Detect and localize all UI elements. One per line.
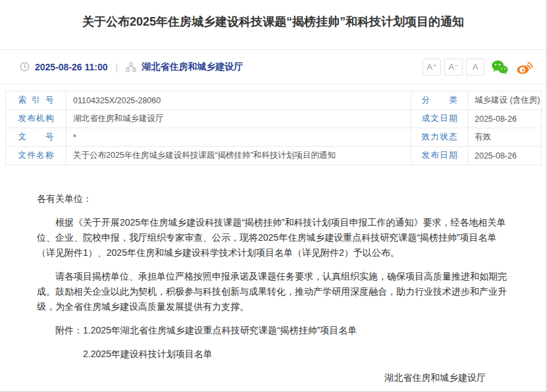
font-reset-button[interactable]: A <box>466 59 484 76</box>
attachment-line-2: 2.2025年建设科技计划项目名单 <box>37 347 509 362</box>
document-info-table: 索引号 01104325X/2025-28060 分类 城乡建设 (含住房) 发… <box>5 91 542 165</box>
page-title: 关于公布2025年住房城乡建设科技课题“揭榜挂帅”和科技计划项目的通知 <box>46 13 500 31</box>
meta-bar: 2025-08-26 11:00 | 湖北省住房和城乡建设厅 A⁺ A⁻ A <box>0 49 546 84</box>
document-body: 各有关单位： 根据《关于开展2025年住房城乡建设科技课题“揭榜挂帅”和科技计划… <box>0 165 546 392</box>
table-row: 文号 * 效力状态 有效 <box>6 128 542 147</box>
info-value: 2025-08-26 <box>468 147 542 165</box>
table-row: 发布机构 湖北省住房和城乡建设厅 成文日期 2025-08-26 <box>6 110 542 128</box>
paragraph: 请各项目揭榜单位、承担单位严格按照申报承诺及课题任务要求，认真组织实施，确保项目… <box>37 269 509 314</box>
info-label: 分类 <box>411 91 468 110</box>
info-label: 索引号 <box>6 91 66 110</box>
info-value: 湖北省住房和城乡建设厅 <box>66 110 411 128</box>
meta-separator: | <box>108 62 126 72</box>
clock-icon <box>20 62 30 72</box>
info-label: 发布日期 <box>411 147 468 165</box>
info-value: 关于公布2025年住房城乡建设科技课题“揭榜挂帅”和科技计划项目的通知 <box>66 147 411 165</box>
attachment-line-1: 附件：1.2025年湖北省住房城乡建设重点科技研究课题“揭榜挂帅”项目名单 <box>37 323 509 338</box>
weibo-share-icon[interactable] <box>515 59 533 75</box>
info-value: 有效 <box>468 128 542 147</box>
signature-org: 湖北省住房和城乡建设厅 <box>37 370 509 385</box>
info-label: 发布机构 <box>6 110 66 128</box>
notice-page: 关于公布2025年住房城乡建设科技课题“揭榜挂帅”和科技计划项目的通知 2025… <box>0 0 547 392</box>
publish-time: 2025-08-26 11:00 <box>35 62 108 72</box>
info-value: 城乡建设 (含住房) <box>468 91 542 110</box>
info-label: 文件名称 <box>6 147 66 165</box>
info-value: * <box>66 128 411 147</box>
title-area: 关于公布2025年住房城乡建设科技课题“揭榜挂帅”和科技计划项目的通知 <box>0 0 546 49</box>
table-row: 文件名称 关于公布2025年住房城乡建设科技课题“揭榜挂帅”和科技计划项目的通知… <box>6 147 542 165</box>
font-increase-button[interactable]: A⁺ <box>423 59 441 76</box>
paragraph: 根据《关于开展2025年住房城乡建设科技课题“揭榜挂帅”和科技计划项目申报工作的… <box>37 215 509 260</box>
info-label: 成文日期 <box>411 110 468 128</box>
wechat-share-icon[interactable] <box>491 59 509 75</box>
info-value: 01104325X/2025-28060 <box>66 91 411 110</box>
info-value: 2025-08-26 <box>468 110 542 128</box>
greeting: 各有关单位： <box>37 191 509 207</box>
table-row: 索引号 01104325X/2025-28060 分类 城乡建设 (含住房) <box>6 91 542 110</box>
source-name: 湖北省住房和城乡建设厅 <box>142 61 243 73</box>
font-decrease-button[interactable]: A⁻ <box>444 59 463 76</box>
info-label: 效力状态 <box>411 128 468 147</box>
meta-tools: A⁺ A⁻ A <box>419 59 533 76</box>
meta-info: 2025-08-26 11:00 | 湖北省住房和城乡建设厅 <box>20 61 243 73</box>
info-label: 文号 <box>6 128 66 147</box>
sitemap-icon <box>126 62 136 72</box>
